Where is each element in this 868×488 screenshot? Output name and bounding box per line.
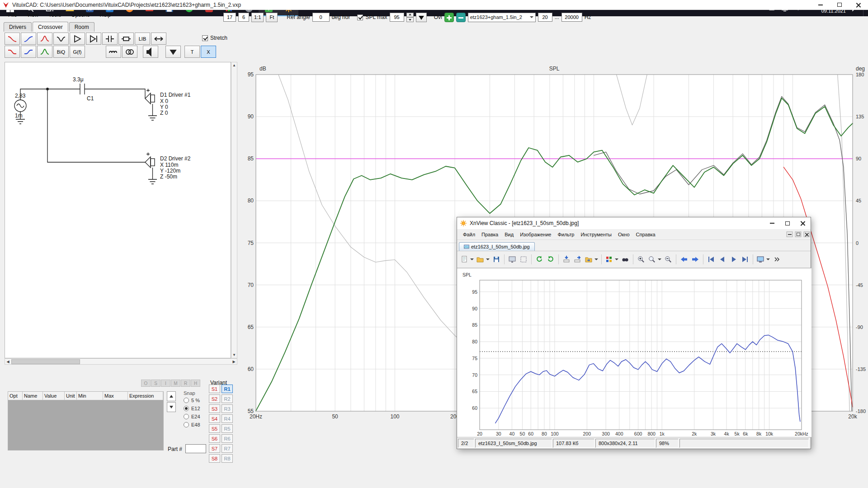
fit-button[interactable]: Ft (266, 13, 278, 22)
xnview-menu-item[interactable]: Инструменты (577, 230, 615, 239)
zoom-custom-icon[interactable] (647, 253, 662, 265)
move-to-folder-icon[interactable] (584, 253, 599, 265)
scroll-up-icon[interactable]: ▲ (232, 62, 236, 68)
snap-radio-5[interactable] (184, 398, 189, 403)
save-icon[interactable] (491, 253, 502, 265)
variant-s4-button[interactable]: S4 (209, 414, 220, 423)
palette-icon[interactable] (604, 253, 619, 265)
add-overlay-button[interactable] (444, 13, 454, 22)
grid-width-input[interactable] (223, 13, 236, 22)
measure-width-icon[interactable] (151, 33, 166, 45)
grid-height-input[interactable] (238, 13, 249, 22)
flag-button-s[interactable]: S (151, 380, 160, 387)
export-icon[interactable] (572, 253, 583, 265)
resistor-icon[interactable] (118, 33, 134, 45)
column-header-max[interactable]: Max (103, 392, 128, 400)
speaker-icon[interactable] (143, 46, 158, 58)
image-tab[interactable]: etz1623_I_50sm_50db.jpg (459, 242, 535, 251)
tab-drivers[interactable]: Drivers (4, 22, 32, 32)
more-icon[interactable] (771, 253, 782, 265)
flag-button-h[interactable]: H (191, 380, 200, 387)
tab-room[interactable]: Room (69, 22, 94, 32)
transfer-function-button[interactable]: G(f) (70, 46, 85, 58)
first-page-icon[interactable] (706, 253, 717, 265)
schematic-horizontal-scrollbar[interactable]: ◀ ▶ (5, 358, 237, 365)
rotate-right-icon[interactable] (545, 253, 556, 265)
variant-s3-button[interactable]: S3 (209, 404, 220, 413)
scroll-left-icon[interactable]: ◀ (5, 360, 11, 364)
child-restore-button[interactable] (795, 232, 802, 237)
xnview-menu-item[interactable]: Правка (478, 230, 501, 239)
ground-icon[interactable] (165, 46, 181, 58)
last-page-icon[interactable] (740, 253, 750, 265)
row-up-button[interactable] (167, 391, 176, 401)
xnview-menu-item[interactable]: Фильтр (554, 230, 577, 239)
column-header-expression[interactable]: Expression (128, 392, 163, 400)
xnview-menu-item[interactable]: Справка (633, 230, 659, 239)
column-header-value[interactable]: Value (43, 392, 65, 400)
open-file-icon[interactable] (475, 253, 491, 265)
capture-icon[interactable] (518, 253, 529, 265)
import-icon[interactable] (561, 253, 572, 265)
flag-button-o[interactable]: O (141, 380, 151, 387)
bandpass-filter-icon[interactable] (37, 33, 52, 45)
text-tool-button[interactable]: T (184, 46, 200, 58)
variant-r2-button[interactable]: R2 (222, 394, 233, 403)
driver1-symbol[interactable] (145, 89, 157, 121)
menu-tools[interactable]: Tools (44, 10, 66, 19)
column-header-unit[interactable]: Unit (65, 392, 77, 400)
delete-tool-button[interactable]: X (201, 46, 216, 58)
previous-image-icon[interactable] (679, 253, 689, 265)
scrollbar-thumb[interactable] (11, 359, 80, 364)
next-image-icon[interactable] (690, 253, 701, 265)
xnview-menu-item[interactable]: Файл (460, 230, 478, 239)
flag-button-m[interactable]: M (171, 380, 180, 387)
zoom-1-1-button[interactable]: 1:1 (251, 13, 264, 22)
menu-options[interactable]: Options (66, 10, 94, 19)
lowshelf-filter-icon[interactable] (5, 46, 20, 58)
overlay-select[interactable]: etz1623+gham_1.5in_2 (468, 13, 536, 22)
slideshow-icon[interactable] (507, 253, 518, 265)
zoom-in-icon[interactable] (636, 253, 646, 265)
zoom-out-icon[interactable] (663, 253, 674, 265)
menu-view[interactable]: View (22, 10, 43, 19)
spl-max-stepper[interactable] (406, 13, 414, 22)
notch-filter-icon[interactable] (53, 33, 69, 45)
xnview-close-button[interactable] (795, 217, 811, 229)
library-button[interactable]: LIB (135, 33, 150, 45)
flag-button-i[interactable]: I (161, 380, 170, 387)
driver2-symbol[interactable] (145, 153, 157, 184)
xnview-menu-item[interactable]: Вид (501, 230, 517, 239)
remove-overlay-button[interactable] (456, 13, 466, 22)
highshelf-filter-icon[interactable] (21, 46, 36, 58)
crossover-schematic-canvas[interactable]: 2,83 1m 3.3μ C1 D1 Driver #1 X 0 Y 0 Z 0… (5, 62, 231, 358)
capacitor-symbol[interactable] (80, 84, 85, 94)
variant-r7-button[interactable]: R7 (222, 444, 233, 453)
child-close-button[interactable] (804, 232, 810, 237)
xnview-menu-item[interactable]: Изображение (517, 230, 554, 239)
snap-radio-e12[interactable] (184, 406, 189, 411)
freq-max-input[interactable] (561, 13, 582, 22)
column-header-min[interactable]: Min (77, 392, 103, 400)
spl-max-input[interactable] (390, 13, 404, 22)
capacitor-icon[interactable] (102, 33, 118, 45)
part-number-input[interactable] (185, 444, 206, 453)
close-button[interactable] (849, 0, 868, 9)
ref-angle-input[interactable] (312, 13, 330, 22)
rotate-left-icon[interactable] (534, 253, 545, 265)
next-page-icon[interactable] (728, 253, 739, 265)
freq-min-input[interactable] (538, 13, 552, 22)
column-header-opt[interactable]: Opt (8, 392, 23, 400)
transformer-icon[interactable] (122, 46, 137, 58)
inductor-icon[interactable] (106, 46, 121, 58)
highpass-filter-icon[interactable] (21, 33, 36, 45)
menu-file[interactable]: File (4, 10, 21, 19)
variant-s6-button[interactable]: S6 (209, 434, 220, 443)
variant-s2-button[interactable]: S2 (209, 394, 220, 403)
autoscale-button[interactable] (416, 13, 427, 22)
stretch-checkbox[interactable] (202, 35, 208, 41)
schematic-vertical-scrollbar[interactable]: ▲ ▼ (231, 62, 237, 358)
snap-radio-e48[interactable] (184, 422, 189, 427)
column-header-name[interactable]: Name (23, 392, 43, 400)
xnview-maximize-button[interactable] (780, 217, 795, 229)
